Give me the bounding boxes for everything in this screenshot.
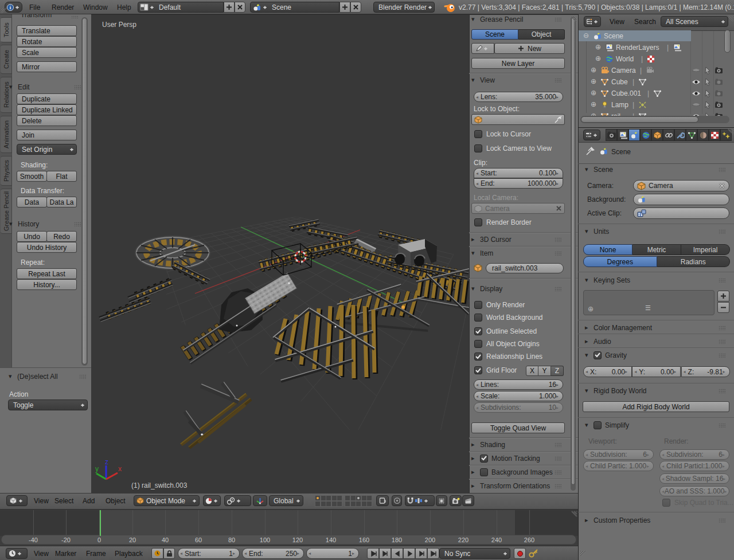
svg-text:User Persp: User Persp (102, 21, 136, 29)
svg-text:(1) rail_switch.003: (1) rail_switch.003 (131, 481, 188, 489)
svg-text:x: x (118, 465, 122, 473)
svg-text:y: y (95, 465, 99, 473)
svg-text:z: z (105, 458, 108, 466)
